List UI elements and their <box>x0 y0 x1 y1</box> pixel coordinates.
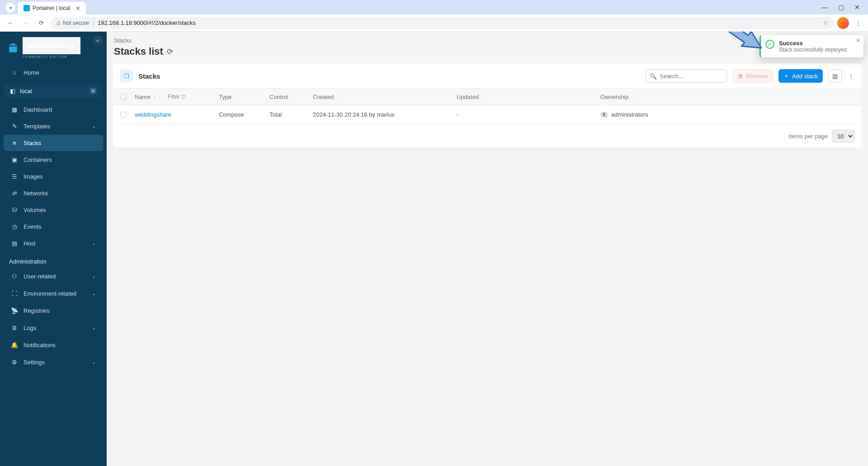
nav-back-button[interactable]: ← <box>5 17 16 29</box>
filter-label: Filter <box>168 94 180 100</box>
chevron-down-icon: ⌄ <box>92 240 96 246</box>
chevron-down-icon: ⌄ <box>92 273 96 279</box>
sidebar-item-templates[interactable]: ✎ Templates ⌄ <box>4 118 103 134</box>
sort-desc-icon[interactable]: ↓ <box>153 94 156 99</box>
layers-icon: ❒ <box>120 70 133 82</box>
col-control[interactable]: Control <box>269 94 288 100</box>
sort-icon[interactable]: ↓↑ <box>336 94 341 99</box>
sort-icon[interactable]: ↓↑ <box>481 94 486 99</box>
breadcrumb[interactable]: Stacks <box>114 37 862 44</box>
sidebar-item-notifications[interactable]: 🔔 Notifications <box>4 337 103 353</box>
sidebar-item-label: Events <box>24 223 42 230</box>
panel-header: ❒ Stacks 🔍 ✕ 🗑 Remove ＋ Add stack <box>113 64 862 88</box>
items-per-page-select[interactable]: 10 <box>832 130 854 142</box>
sidebar-item-stacks[interactable]: ≡ Stacks <box>4 135 103 151</box>
sidebar-item-label: Dashboard <box>24 106 52 113</box>
chevron-down-icon: ⌄ <box>92 291 96 297</box>
chevron-down-icon: ⌄ <box>92 325 96 331</box>
panel-menu-button[interactable]: ⋮ <box>847 73 854 80</box>
name-filter-button[interactable]: Filter ▽ <box>168 94 186 100</box>
browser-menu-button[interactable]: ⋮ <box>853 18 863 28</box>
environment-close-icon[interactable]: ✕ <box>90 87 97 94</box>
search-input[interactable] <box>660 73 736 80</box>
host-icon: ▤ <box>11 240 18 247</box>
home-icon: ⌂ <box>11 69 18 76</box>
page-title: Stacks list ⟳ <box>114 46 862 57</box>
bookmark-star-icon[interactable]: ☆ <box>823 19 828 26</box>
sidebar-collapse-button[interactable]: « <box>93 36 102 44</box>
nav-reload-button[interactable]: ⟳ <box>35 17 47 29</box>
add-stack-label: Add stack <box>792 73 818 80</box>
browser-tab[interactable]: Portainer | local ✕ <box>18 2 86 14</box>
sidebar-item-settings[interactable]: ⚙ Settings ⌄ <box>4 354 103 370</box>
environment-pill[interactable]: ◧ local ✕ <box>5 84 102 98</box>
portainer-favicon <box>24 5 30 11</box>
select-all-checkbox[interactable] <box>120 94 127 100</box>
toast-close-icon[interactable]: ✕ <box>856 37 861 44</box>
sidebar-item-networks[interactable]: ⇄ Networks <box>4 185 103 201</box>
col-ownership[interactable]: Ownership <box>600 94 628 100</box>
sidebar-item-label: Stacks <box>24 140 41 146</box>
browser-tab-strip: ▾ Portainer | local ✕ — ▢ ✕ <box>0 0 868 14</box>
sidebar-item-volumes[interactable]: ⛁ Volumes <box>4 202 103 218</box>
tab-close-icon[interactable]: ✕ <box>75 5 80 12</box>
nav-forward-button[interactable]: → <box>20 17 32 29</box>
profile-avatar[interactable] <box>837 17 849 29</box>
add-stack-button[interactable]: ＋ Add stack <box>778 69 823 83</box>
sort-icon[interactable]: ↓↑ <box>234 94 239 99</box>
images-icon: ☰ <box>11 173 18 180</box>
sidebar-item-label: Registries <box>24 307 50 314</box>
window-minimize-button[interactable]: — <box>819 3 830 12</box>
row-checkbox[interactable] <box>120 112 127 118</box>
browser-toolbar: ← → ⟳ ⚠ Not secure 192.168.1.18:9000/#!/… <box>0 14 868 32</box>
remove-button[interactable]: 🗑 Remove <box>732 69 773 83</box>
address-bar[interactable]: ⚠ Not secure 192.168.1.18:9000/#!/2/dock… <box>51 17 834 29</box>
volumes-icon: ⛁ <box>11 207 18 213</box>
plus-icon: ＋ <box>783 72 789 80</box>
col-name[interactable]: Name <box>135 94 151 100</box>
sidebar-item-home[interactable]: ⌂ Home <box>4 64 103 80</box>
containers-icon: ▣ <box>11 156 18 163</box>
sidebar-item-images[interactable]: ☰ Images <box>4 168 103 184</box>
sidebar-item-events[interactable]: ◷ Events <box>4 218 103 235</box>
sidebar-item-label: Networks <box>24 190 48 197</box>
row-updated: - <box>457 111 458 118</box>
search-box[interactable]: 🔍 ✕ <box>646 69 727 83</box>
sidebar-item-label: Environment-related <box>24 290 76 297</box>
toast-subtitle: Stack successfully deployed <box>779 47 847 53</box>
brand-name: portainer.io <box>23 37 80 54</box>
columns-toggle-button[interactable]: ▥ <box>828 69 842 83</box>
chevron-down-icon: ⌄ <box>92 123 96 129</box>
table-row: weddingshare Compose Total 2024-11-30 20… <box>113 105 862 124</box>
sort-icon[interactable]: ↓↑ <box>631 94 636 99</box>
row-ownership: administrators <box>611 111 648 118</box>
users-icon: ⚇ <box>11 273 18 280</box>
col-created[interactable]: Created <box>313 94 334 100</box>
col-type[interactable]: Type <box>219 94 231 100</box>
refresh-icon[interactable]: ⟳ <box>167 47 173 56</box>
tabs-dropdown-button[interactable]: ▾ <box>5 3 15 13</box>
sort-asc-icon[interactable]: ↑ <box>158 94 160 99</box>
success-check-icon: ✓ <box>765 40 774 49</box>
col-updated[interactable]: Updated <box>457 94 479 100</box>
sidebar-item-label: Notifications <box>24 342 56 348</box>
security-badge[interactable]: ⚠ Not secure <box>56 20 94 26</box>
events-icon: ◷ <box>11 223 18 230</box>
sidebar-item-host[interactable]: ▤ Host ⌄ <box>4 235 103 251</box>
sidebar-item-user-related[interactable]: ⚇ User-related ⌄ <box>4 268 103 284</box>
sidebar-item-containers[interactable]: ▣ Containers <box>4 151 103 168</box>
sidebar-item-dashboard[interactable]: ▦ Dashboard <box>4 101 103 118</box>
stacks-panel: ❒ Stacks 🔍 ✕ 🗑 Remove ＋ Add stack <box>113 64 862 148</box>
items-per-page-label: Items per page <box>788 133 828 140</box>
sidebar-item-label: Host <box>24 240 36 247</box>
gear-icon: ⚙ <box>11 359 18 366</box>
window-maximize-button[interactable]: ▢ <box>835 3 846 12</box>
window-controls: — ▢ ✕ <box>819 3 868 14</box>
environment-label: local <box>20 88 32 94</box>
window-close-button[interactable]: ✕ <box>852 3 863 12</box>
sidebar-item-registries[interactable]: 📡 Registries <box>4 302 103 319</box>
panel-footer: Items per page 10 <box>113 124 862 148</box>
sidebar-item-logs[interactable]: 🗎 Logs ⌄ <box>4 320 103 336</box>
sidebar-item-environment-related[interactable]: ⛶ Environment-related ⌄ <box>4 285 103 301</box>
stack-link[interactable]: weddingshare <box>135 111 171 118</box>
